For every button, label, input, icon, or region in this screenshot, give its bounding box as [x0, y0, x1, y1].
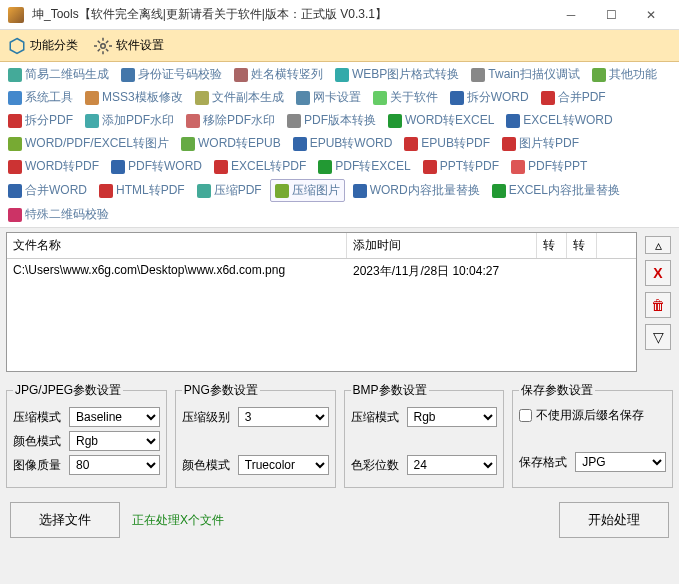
save-format-select[interactable]: JPG: [575, 452, 666, 472]
tab-pdf-version[interactable]: PDF版本转换: [283, 110, 380, 131]
tab-remove-watermark[interactable]: 移除PDF水印: [182, 110, 279, 131]
tab-twain-debug[interactable]: Twain扫描仪调试: [467, 64, 583, 85]
close-button[interactable]: ✕: [631, 1, 671, 29]
tab-word-to-excel[interactable]: WORD转EXCEL: [384, 110, 498, 131]
tab-compress-image[interactable]: 压缩图片: [270, 179, 345, 202]
tab-excel-replace[interactable]: EXCEL内容批量替换: [488, 179, 624, 202]
cell-file: C:\Users\www.x6g.com\Desktop\www.x6d.com…: [7, 259, 347, 284]
tab-merge-word[interactable]: 合并WORD: [4, 179, 91, 202]
tab-nic[interactable]: 网卡设置: [292, 87, 365, 108]
tab-file-copy[interactable]: 文件副本生成: [191, 87, 288, 108]
th-time[interactable]: 添加时间: [347, 233, 537, 258]
jpg-color-select[interactable]: Rgb: [69, 431, 160, 451]
trash-button[interactable]: 🗑: [645, 292, 671, 318]
tab-id-verify[interactable]: 身份证号码校验: [117, 64, 226, 85]
tab-word-to-epub[interactable]: WORD转EPUB: [177, 133, 285, 154]
jpg-params: JPG/JPEG参数设置 压缩模式Baseline 颜色模式Rgb 图像质量80: [6, 382, 167, 488]
th-file[interactable]: 文件名称: [7, 233, 347, 258]
svg-marker-0: [10, 38, 24, 53]
bmp-mode-select[interactable]: Rgb: [407, 407, 498, 427]
keep-ext-checkbox[interactable]: [519, 409, 532, 422]
bmp-bits-select[interactable]: 24: [407, 455, 498, 475]
tab-other[interactable]: 其他功能: [588, 64, 661, 85]
tab-qrcode-gen[interactable]: 简易二维码生成: [4, 64, 113, 85]
png-color-select[interactable]: Truecolor: [238, 455, 329, 475]
app-icon: [8, 7, 24, 23]
hexagon-icon: [8, 37, 26, 55]
status-text: 正在处理X个文件: [132, 512, 224, 529]
tab-compress-pdf[interactable]: 压缩PDF: [193, 179, 266, 202]
choose-file-button[interactable]: 选择文件: [10, 502, 120, 538]
save-params: 保存参数设置 不使用源后缀名保存 保存格式JPG: [512, 382, 673, 488]
jpg-quality-select[interactable]: 80: [69, 455, 160, 475]
tab-bar: 简易二维码生成 身份证号码校验 姓名横转竖列 WEBP图片格式转换 Twain扫…: [0, 62, 679, 228]
move-down-button[interactable]: ▽: [645, 324, 671, 350]
tab-about[interactable]: 关于软件: [369, 87, 442, 108]
file-table: 文件名称 添加时间 转 转 C:\Users\www.x6g.com\Deskt…: [6, 232, 637, 372]
window-title: 坤_Tools【软件完全离线|更新请看关于软件|版本：正式版 V0.3.1】: [32, 6, 551, 23]
tab-pdf-to-word[interactable]: PDF转WORD: [107, 156, 206, 177]
gear-icon: [94, 37, 112, 55]
jpg-mode-select[interactable]: Baseline: [69, 407, 160, 427]
tab-epub-to-word[interactable]: EPUB转WORD: [289, 133, 397, 154]
th-col3[interactable]: 转: [537, 233, 567, 258]
tab-split-word[interactable]: 拆分WORD: [446, 87, 533, 108]
tab-add-watermark[interactable]: 添加PDF水印: [81, 110, 178, 131]
tab-ppt-to-pdf[interactable]: PPT转PDF: [419, 156, 503, 177]
menu-settings[interactable]: 软件设置: [94, 37, 164, 55]
bmp-legend: BMP参数设置: [351, 382, 429, 399]
maximize-button[interactable]: ☐: [591, 1, 631, 29]
tab-system-tools[interactable]: 系统工具: [4, 87, 77, 108]
tab-html-to-pdf[interactable]: HTML转PDF: [95, 179, 189, 202]
tab-epub-to-pdf[interactable]: EPUB转PDF: [400, 133, 494, 154]
png-params: PNG参数设置 压缩级别3 颜色模式Truecolor: [175, 382, 336, 488]
top-menu: 功能分类 软件设置: [0, 30, 679, 62]
tab-pdf-to-excel[interactable]: PDF转EXCEL: [314, 156, 414, 177]
menu-category[interactable]: 功能分类: [8, 37, 78, 55]
minimize-button[interactable]: ─: [551, 1, 591, 29]
tab-image-to-pdf[interactable]: 图片转PDF: [498, 133, 583, 154]
jpg-legend: JPG/JPEG参数设置: [13, 382, 123, 399]
tab-excel-to-word[interactable]: EXCEL转WORD: [502, 110, 616, 131]
tab-special-qr[interactable]: 特殊二维码校验: [4, 204, 113, 225]
cell-time: 2023年/11月/28日 10:04:27: [347, 259, 537, 284]
scroll-up-button[interactable]: ▵: [645, 236, 671, 254]
png-level-select[interactable]: 3: [238, 407, 329, 427]
tab-word-replace[interactable]: WORD内容批量替换: [349, 179, 484, 202]
tab-webp-convert[interactable]: WEBP图片格式转换: [331, 64, 463, 85]
table-row[interactable]: C:\Users\www.x6g.com\Desktop\www.x6d.com…: [7, 259, 636, 284]
bmp-params: BMP参数设置 压缩模式Rgb 色彩位数24: [344, 382, 505, 488]
tab-excel-to-pdf[interactable]: EXCEL转PDF: [210, 156, 310, 177]
png-legend: PNG参数设置: [182, 382, 260, 399]
tab-to-image[interactable]: WORD/PDF/EXCEL转图片: [4, 133, 173, 154]
th-col4[interactable]: 转: [567, 233, 597, 258]
tab-mss3[interactable]: MSS3模板修改: [81, 87, 187, 108]
start-button[interactable]: 开始处理: [559, 502, 669, 538]
title-bar: 坤_Tools【软件完全离线|更新请看关于软件|版本：正式版 V0.3.1】 ─…: [0, 0, 679, 30]
tab-name-rotate[interactable]: 姓名横转竖列: [230, 64, 327, 85]
tab-word-to-pdf[interactable]: WORD转PDF: [4, 156, 103, 177]
svg-point-1: [101, 43, 106, 48]
save-legend: 保存参数设置: [519, 382, 595, 399]
delete-button[interactable]: X: [645, 260, 671, 286]
tab-merge-pdf[interactable]: 合并PDF: [537, 87, 610, 108]
tab-pdf-to-ppt[interactable]: PDF转PPT: [507, 156, 591, 177]
tab-split-pdf[interactable]: 拆分PDF: [4, 110, 77, 131]
